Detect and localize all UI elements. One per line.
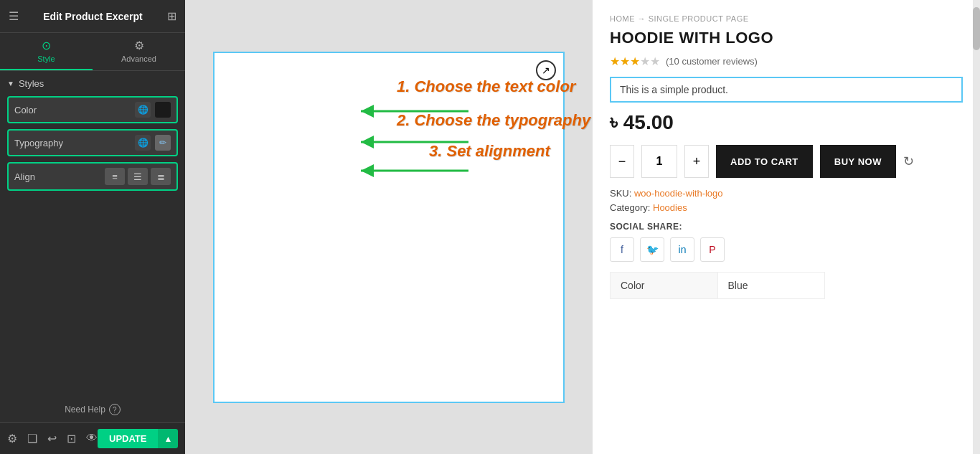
main-content: ↗ ‹ xyxy=(185,0,980,454)
canvas-handle[interactable]: ↗ xyxy=(536,60,556,80)
variant-attribute: Color xyxy=(611,273,718,298)
update-button[interactable]: UPDATE xyxy=(98,429,158,448)
sidebar-bottom: ⚙ ❑ ↩ ⊡ 👁 UPDATE ▲ xyxy=(0,422,185,454)
breadcrumb-sep: → xyxy=(638,14,649,23)
scrollbar-track xyxy=(973,0,980,454)
tab-advanced-label: Advanced xyxy=(121,55,156,63)
settings-icon[interactable]: ⚙ xyxy=(7,432,17,445)
align-control: Align ≡ ☰ ≣ xyxy=(7,162,178,191)
rating-row: ★★★★★ (10 customer reviews) xyxy=(610,55,963,68)
style-tab-icon: ⊙ xyxy=(42,39,51,52)
undo-icon[interactable]: ↩ xyxy=(47,432,57,445)
tab-style[interactable]: ⊙ Style xyxy=(0,33,93,70)
align-icons: ≡ ☰ ≣ xyxy=(105,168,171,185)
product-title: HOODIE WITH LOGO xyxy=(610,29,963,47)
styles-section-header: ▼ Styles xyxy=(7,78,178,89)
sku-value[interactable]: woo-hoodie-with-logo xyxy=(634,188,723,199)
need-help: Need Help ? xyxy=(0,397,185,422)
tab-advanced[interactable]: ⚙ Advanced xyxy=(93,33,185,70)
align-center-icon[interactable]: ☰ xyxy=(128,168,148,185)
category-value[interactable]: Hoodies xyxy=(653,202,687,213)
bottom-icons: ⚙ ❑ ↩ ⊡ 👁 xyxy=(7,432,98,445)
section-title: Styles xyxy=(19,78,44,89)
typography-globe-icon[interactable]: 🌐 xyxy=(135,135,151,151)
variant-table: Color Blue xyxy=(610,272,825,299)
quantity-increase-button[interactable]: + xyxy=(684,145,709,178)
section-arrow: ▼ xyxy=(7,80,14,88)
color-control-icons: 🌐 xyxy=(135,102,171,118)
quantity-decrease-button[interactable]: − xyxy=(610,145,634,178)
layers-icon[interactable]: ❑ xyxy=(27,432,37,445)
excerpt-box: This is a simple product. xyxy=(610,77,963,103)
align-label: Align xyxy=(14,171,35,182)
sidebar-tabs: ⊙ Style ⚙ Advanced xyxy=(0,33,185,71)
typography-label: Typography xyxy=(14,138,63,148)
need-help-text: Need Help xyxy=(65,405,105,415)
sidebar: ☰ Edit Product Excerpt ⊞ ⊙ Style ⚙ Advan… xyxy=(0,0,185,454)
color-swatch-icon[interactable] xyxy=(155,102,171,118)
align-left-icon[interactable]: ≡ xyxy=(105,168,125,185)
social-share-label: SOCIAL SHARE: xyxy=(610,222,963,232)
variant-value: Blue xyxy=(718,273,825,298)
update-group: UPDATE ▲ xyxy=(98,429,178,448)
responsive-icon[interactable]: ⊡ xyxy=(67,432,76,445)
twitter-icon[interactable]: 🐦 xyxy=(640,237,664,262)
sku-label: SKU: xyxy=(610,188,631,199)
advanced-tab-icon: ⚙ xyxy=(134,39,144,52)
color-control: Color 🌐 xyxy=(7,96,178,123)
buy-now-button[interactable]: BUY NOW xyxy=(820,145,896,178)
sidebar-header: ☰ Edit Product Excerpt ⊞ xyxy=(0,0,185,33)
align-right-icon[interactable]: ≣ xyxy=(151,168,171,185)
canvas-frame: ↗ xyxy=(213,52,565,403)
add-to-cart-button[interactable]: ADD TO CART xyxy=(716,145,813,178)
excerpt-text: This is a simple product. xyxy=(620,84,728,95)
update-dropdown-button[interactable]: ▲ xyxy=(158,429,178,448)
color-globe-icon[interactable]: 🌐 xyxy=(135,102,151,118)
pinterest-icon[interactable]: P xyxy=(700,237,725,262)
category-label: Category: xyxy=(610,202,650,213)
grid-icon[interactable]: ⊞ xyxy=(167,9,176,23)
breadcrumb-home: HOME xyxy=(610,14,635,23)
canvas-area: ↗ ‹ xyxy=(185,0,593,454)
stars: ★★★★★ xyxy=(610,55,660,68)
meta-category: Category: Hoodies xyxy=(610,202,963,213)
typography-control: Typography 🌐 ✏ xyxy=(7,129,178,156)
scrollbar-thumb[interactable] xyxy=(973,7,980,50)
typography-edit-icon[interactable]: ✏ xyxy=(155,135,171,151)
typography-control-icons: 🌐 ✏ xyxy=(135,135,171,151)
facebook-icon[interactable]: f xyxy=(610,237,634,262)
sidebar-title: Edit Product Excerpt xyxy=(43,11,142,22)
breadcrumb-page: SINGLE PRODUCT PAGE xyxy=(649,14,749,23)
review-count: (10 customer reviews) xyxy=(666,56,758,67)
refresh-button[interactable]: ↻ xyxy=(903,153,914,169)
menu-icon[interactable]: ☰ xyxy=(9,9,19,23)
social-icons: f 🐦 in P xyxy=(610,237,963,262)
quantity-row: − + ADD TO CART BUY NOW ↻ xyxy=(610,145,963,178)
product-panel: HOME → SINGLE PRODUCT PAGE HOODIE WITH L… xyxy=(593,0,980,454)
view-icon[interactable]: 👁 xyxy=(86,432,98,445)
linkedin-icon[interactable]: in xyxy=(670,237,694,262)
tab-style-label: Style xyxy=(37,55,55,63)
quantity-input[interactable] xyxy=(641,145,677,178)
breadcrumb: HOME → SINGLE PRODUCT PAGE xyxy=(610,14,963,23)
help-icon[interactable]: ? xyxy=(109,404,121,415)
price: ৳ 45.00 xyxy=(610,111,963,135)
color-label: Color xyxy=(14,105,37,115)
variant-row: Color Blue xyxy=(611,273,824,298)
meta-sku: SKU: woo-hoodie-with-logo xyxy=(610,188,963,199)
sidebar-content: ▼ Styles Color 🌐 Typography 🌐 ✏ Align ≡ … xyxy=(0,71,185,397)
